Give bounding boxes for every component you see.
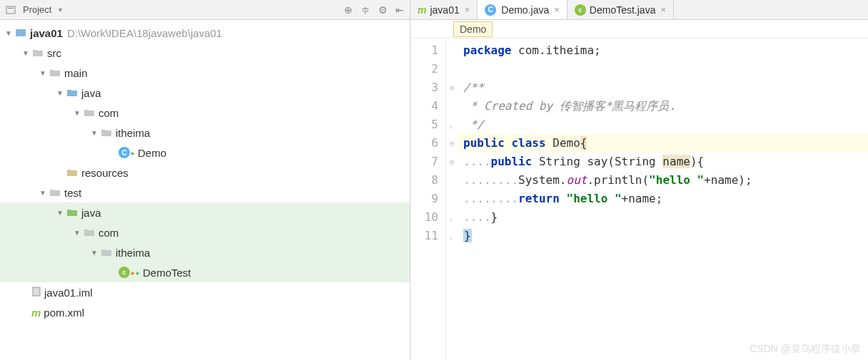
class-icon: C <box>485 4 496 16</box>
tree-node-label: com <box>99 227 118 239</box>
fold-icon[interactable]: ⊖ <box>446 153 458 171</box>
package-icon <box>83 106 96 119</box>
close-icon[interactable]: × <box>465 4 470 15</box>
test-folder-icon <box>66 206 79 219</box>
tree-node-src[interactable]: ▼ src <box>0 43 410 63</box>
source-folder-icon <box>66 86 79 99</box>
svg-rect-1 <box>8 8 14 9</box>
tree-node-label: test <box>64 187 81 199</box>
tree-node-path: D:\Work\IDEA\18javaweb\java01 <box>67 27 222 39</box>
line-number: 10 <box>410 208 438 227</box>
scroll-from-source-button[interactable]: ⊕ <box>343 4 354 16</box>
editor-tabs: m java01 × C Demo.java × DemoTest.java × <box>410 0 868 20</box>
tab-demo[interactable]: C Demo.java × <box>478 0 567 19</box>
package-icon <box>100 126 113 139</box>
tree-node-label: java <box>81 207 101 219</box>
tree-node-label: DemoTest <box>143 267 191 279</box>
svg-rect-3 <box>16 29 20 31</box>
tree-node-label: com <box>99 107 118 119</box>
svg-rect-4 <box>33 287 40 296</box>
folder-icon <box>49 66 61 79</box>
code-editor[interactable]: 1 2 3 4 5 6 7 8 9 10 11 ⊖ ⌞ ⊖ ⊖ ⌞ <box>410 38 868 360</box>
tab-label: Demo.java <box>501 4 549 16</box>
code-content[interactable]: package com.itheima; /** * Created by 传智… <box>458 38 868 360</box>
tree-node-test-java[interactable]: ▼ java <box>0 202 410 222</box>
run-badge-icon: ▸ <box>131 149 135 157</box>
fold-end-icon[interactable]: ⌞ <box>446 227 458 245</box>
fold-icon[interactable]: ⊖ <box>446 134 458 153</box>
tree-node-label: src <box>47 47 61 59</box>
maven-icon: m <box>418 4 426 16</box>
maven-icon: m <box>31 307 41 319</box>
tree-node-main-itheima[interactable]: ▼ itheima <box>0 123 410 143</box>
tree-node-label: pom.xml <box>44 307 84 319</box>
line-number: 4 <box>410 97 438 115</box>
folder-icon <box>49 186 61 199</box>
tree-node-resources[interactable]: resources <box>0 163 410 182</box>
tab-label: java01 <box>430 4 459 16</box>
project-header-icon <box>4 4 17 16</box>
resources-folder-icon <box>66 166 79 179</box>
line-number: 3 <box>410 78 438 97</box>
package-icon <box>100 246 113 259</box>
project-panel-header: Project ▾ ⊕ ≑ ⚙ ⇤ <box>0 0 410 20</box>
tree-node-main[interactable]: ▼ main <box>0 63 410 83</box>
test-class-icon <box>575 4 586 16</box>
panel-dropdown-icon[interactable]: ▾ <box>54 4 66 16</box>
class-icon: C <box>118 147 130 158</box>
split-button[interactable]: ≑ <box>360 4 371 16</box>
watermark: CSDN @菜鸟程序猿小章 <box>750 343 861 356</box>
tree-node-label: java <box>81 87 101 99</box>
editor-panel: m java01 × C Demo.java × DemoTest.java ×… <box>410 0 868 360</box>
test-badge-icon: ▸ <box>131 269 135 277</box>
panel-title: Project <box>23 4 51 15</box>
tree-node-label: itheima <box>116 247 150 259</box>
folder-icon <box>31 46 44 59</box>
line-number: 9 <box>410 190 438 208</box>
breadcrumb-item[interactable]: Demo <box>453 21 493 37</box>
tree-node-main-java[interactable]: ▼ java <box>0 83 410 103</box>
tree-node-main-com[interactable]: ▼ com <box>0 103 410 123</box>
fold-column: ⊖ ⌞ ⊖ ⊖ ⌞ ⌞ <box>446 38 458 360</box>
project-panel: Project ▾ ⊕ ≑ ⚙ ⇤ ▼ java01 D:\Work\IDEA\… <box>0 0 410 360</box>
tree-node-demo[interactable]: C ▸ Demo <box>0 143 410 163</box>
hide-button[interactable]: ⇤ <box>394 4 405 16</box>
line-number: 1 <box>410 41 438 60</box>
project-tree: ▼ java01 D:\Work\IDEA\18javaweb\java01 ▼… <box>0 20 410 325</box>
svg-rect-0 <box>6 6 15 14</box>
tree-node-test-itheima[interactable]: ▼ itheima <box>0 242 410 262</box>
tree-node-root[interactable]: ▼ java01 D:\Work\IDEA\18javaweb\java01 <box>0 23 410 43</box>
close-icon[interactable]: × <box>554 4 560 15</box>
line-number: 7 <box>410 153 438 171</box>
tab-demotest[interactable]: DemoTest.java × <box>567 0 674 19</box>
tree-node-test[interactable]: ▼ test <box>0 182 410 202</box>
tree-node-label: Demo <box>138 147 166 159</box>
fold-end-icon[interactable]: ⌞ <box>446 208 458 227</box>
gutter: 1 2 3 4 5 6 7 8 9 10 11 <box>410 38 446 360</box>
chevron-down-icon[interactable]: ▼ <box>3 27 14 38</box>
tree-node-demotest[interactable]: ▸ ▸ DemoTest <box>0 262 410 282</box>
line-number: 2 <box>410 60 438 78</box>
package-icon <box>83 226 96 239</box>
tab-java01[interactable]: m java01 × <box>410 0 478 19</box>
line-number: 5 <box>410 115 438 134</box>
fold-end-icon[interactable]: ⌞ <box>446 115 458 134</box>
test-class-icon <box>118 267 130 278</box>
line-number: 11 <box>410 227 438 245</box>
module-icon <box>14 26 27 39</box>
close-icon[interactable]: × <box>660 4 666 15</box>
fold-icon[interactable]: ⊖ <box>446 78 458 97</box>
tree-node-label: java01 <box>30 27 63 39</box>
tree-node-test-com[interactable]: ▼ com <box>0 222 410 242</box>
tree-node-iml[interactable]: java01.iml <box>0 282 410 302</box>
tree-node-label: main <box>64 67 88 79</box>
tree-node-label: java01.iml <box>44 287 93 299</box>
line-number: 8 <box>410 171 438 190</box>
tab-label: DemoTest.java <box>590 4 656 16</box>
file-icon <box>31 287 41 299</box>
tree-node-label: itheima <box>116 127 150 139</box>
run-badge-icon: ▸ <box>136 269 140 277</box>
line-number: 6 <box>410 134 438 153</box>
tree-node-pom[interactable]: m pom.xml <box>0 302 410 322</box>
settings-icon[interactable]: ⚙ <box>377 4 388 16</box>
